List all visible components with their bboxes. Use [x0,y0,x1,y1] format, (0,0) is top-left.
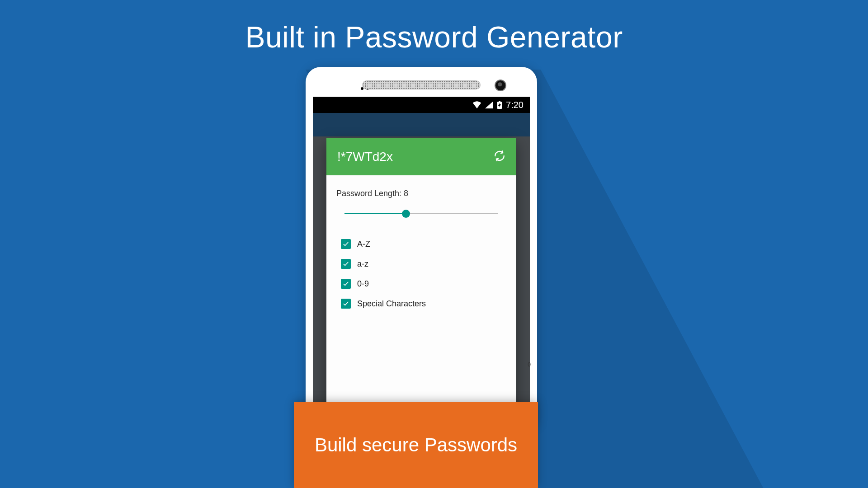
svg-rect-0 [499,101,500,102]
battery-icon [497,101,502,109]
status-bar: 7:20 [313,97,530,113]
wifi-icon [472,101,481,108]
checkbox[interactable] [341,239,351,249]
phone-frame: 7:20 0 !*7WTd2x [306,67,537,424]
option-row: a-z [341,259,506,269]
refresh-button[interactable] [494,150,505,164]
app-behind-header [313,113,530,136]
status-time: 7:20 [506,100,524,110]
phone-screen: 7:20 0 !*7WTd2x [313,97,530,424]
password-generator-dialog: !*7WTd2x Password Length: 8 [326,138,516,424]
dialog-header: !*7WTd2x [326,138,516,175]
earpiece-speaker [362,80,481,89]
cellular-icon [485,101,493,108]
option-row: Special Characters [341,299,506,309]
checkbox[interactable] [341,299,351,309]
bottom-banner: Build secure Passwords [294,402,538,488]
option-row: 0-9 [341,279,506,289]
page-title: Built in Password Generator [0,20,868,54]
checkbox[interactable] [341,259,351,269]
option-label: 0-9 [357,279,369,289]
option-label: A-Z [357,239,370,249]
background-glyph: 0 [528,361,531,368]
banner-text: Build secure Passwords [315,434,517,456]
front-camera-icon [495,80,505,90]
checkbox[interactable] [341,279,351,289]
option-label: a-z [357,259,368,269]
option-label: Special Characters [357,299,426,309]
generated-password: !*7WTd2x [337,150,393,164]
length-slider[interactable] [344,208,498,219]
password-length-label: Password Length: 8 [336,189,506,198]
password-length-value: 8 [404,189,408,198]
option-row: A-Z [341,239,506,249]
